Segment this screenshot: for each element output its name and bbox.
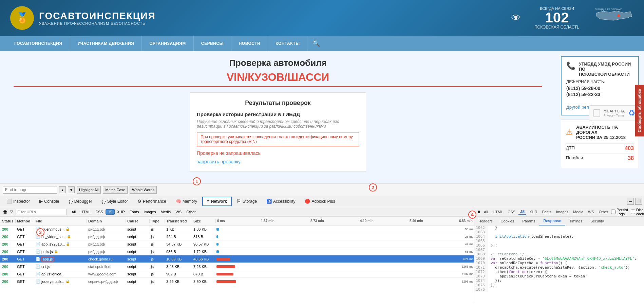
tab-accessibility[interactable]: ♿ Accessibility — [262, 197, 300, 206]
code-lines: 1062 } 1063 1064 initApplication(loadShe… — [474, 225, 644, 292]
col-file[interactable]: File — [34, 219, 87, 223]
filter-html-btn[interactable]: HTML — [491, 209, 505, 215]
filter-images[interactable]: Images — [141, 209, 158, 215]
match-case-button[interactable]: Match Case — [103, 186, 128, 194]
highlighted-code-block: 1073 appVehicleCheck.reCaptchaToken = to… — [474, 274, 644, 278]
persist-logs-checkbox[interactable] — [611, 210, 615, 214]
tab-console[interactable]: ▶ Console — [35, 197, 63, 206]
pause-icon[interactable]: ⏸ — [477, 210, 481, 214]
filter-all[interactable]: All — [69, 209, 78, 215]
filter-xhr[interactable]: XHR — [115, 209, 127, 215]
clear-requests-button[interactable]: 🗑 — [3, 209, 7, 215]
tab-inspector-label: Inspector — [13, 199, 30, 204]
table-row[interactable]: 200 GET 📄jquery.mask... 🔒 сервис.рибдд.р… — [0, 278, 474, 285]
disable-cache-option[interactable]: Disable cache — [631, 208, 644, 216]
devtools-expand[interactable]: ⬜ — [635, 198, 642, 205]
filter-other-btn[interactable]: Other — [597, 209, 610, 215]
col-type[interactable]: Type — [150, 219, 165, 223]
rtab-headers[interactable]: Headers — [474, 217, 497, 225]
tab-performance[interactable]: ⚙ Performance — [133, 197, 171, 206]
tab-inspector[interactable]: ⬜ Inspector — [2, 197, 34, 206]
row-transferred: 1 KB — [165, 227, 192, 231]
row-cause: script — [126, 235, 150, 239]
find-page-input[interactable] — [3, 186, 57, 194]
table-row[interactable]: 200 GET 📄jquery.mous... 🔒 рибдд.рф scrip… — [0, 225, 474, 233]
nav-item-news[interactable]: НОВОСТИ — [231, 36, 268, 51]
tab-network[interactable]: ≡ Network — [202, 197, 232, 206]
col-cause[interactable]: Cause — [126, 219, 150, 223]
row-type: js — [150, 235, 165, 239]
highlighted-file: app.js — [41, 256, 54, 262]
table-row[interactable]: 200 GET 📄oc_video_ha... 🔒 рибдд.рф scrip… — [0, 233, 474, 240]
tab-adblock-label: Adblock Plus — [311, 199, 335, 204]
col-transferred[interactable]: Transferred — [165, 219, 192, 223]
tab-memory[interactable]: 🧠 Memory — [171, 197, 202, 206]
filter-urls-input[interactable] — [16, 209, 67, 215]
nav-item-organizations[interactable]: ОРГАНИЗАЦИЯМ — [142, 36, 194, 51]
filter-js[interactable]: JS — [106, 209, 115, 215]
row-type: js — [150, 242, 165, 246]
site-title: ГОСАВТОИНСПЕКЦИЯ — [39, 11, 156, 21]
whole-words-button[interactable]: Whole Words — [130, 186, 157, 194]
filter-media-btn[interactable]: Media — [571, 209, 585, 215]
annotation-2: 2 — [369, 183, 377, 192]
recaptcha-checkbox[interactable] — [593, 109, 600, 117]
filter-fonts-btn[interactable]: Fonts — [541, 209, 553, 215]
request-link[interactable]: запросить проверку — [197, 159, 241, 164]
nav-item-contacts[interactable]: КОНТАКТЫ — [268, 36, 307, 51]
row-type: js — [150, 279, 165, 284]
highlighted-code-block: 1075 }; — [474, 283, 644, 287]
tab-adblock[interactable]: 🔴 Adblock Plus — [300, 197, 339, 206]
nav-item-main[interactable]: ГОСАВТОИНСПЕКЦИЯ — [7, 36, 70, 51]
tab-storage[interactable]: 🗄 Storage — [232, 197, 261, 206]
report-error-tab[interactable]: Сообщить об ошибке — [635, 85, 644, 137]
col-status[interactable]: Status — [0, 219, 16, 223]
table-row[interactable]: 200 GET 📄app.js check.gibdd.ru script js… — [0, 255, 474, 263]
col-method[interactable]: Method — [16, 219, 34, 223]
check-section-title: Проверка истории регистрации в ГИБДД — [197, 111, 359, 117]
find-down-button[interactable]: ▼ — [68, 186, 75, 193]
row-status: 200 — [0, 257, 16, 261]
file-icon: 📄 — [36, 264, 40, 269]
row-status: 200 — [0, 250, 16, 254]
filter-js-btn[interactable]: JS — [518, 209, 526, 215]
filter-ws[interactable]: WS — [173, 209, 184, 215]
highlight-all-button[interactable]: Highlight All — [77, 186, 101, 194]
tab-debugger[interactable]: { } Debugger — [64, 197, 96, 206]
search-icon[interactable]: 🔍 — [307, 40, 325, 47]
filter-css[interactable]: CSS — [93, 209, 106, 215]
rtab-response[interactable]: Response — [539, 217, 565, 225]
filter-fonts[interactable]: Fonts — [127, 209, 141, 215]
find-up-button[interactable]: ▲ — [59, 186, 66, 193]
devtools-minimize[interactable]: — — [627, 198, 634, 205]
col-size[interactable]: Size — [192, 219, 216, 223]
row-method: GET — [16, 235, 34, 239]
filter-html[interactable]: HTML — [78, 209, 93, 215]
persist-logs-option[interactable]: Persist Logs — [611, 208, 628, 216]
disable-cache-checkbox[interactable] — [631, 210, 635, 214]
filter-images-btn[interactable]: Images — [554, 209, 570, 215]
table-row[interactable]: 200 GET 📄api.js?onloa... www.google.com … — [0, 270, 474, 278]
highlighted-code-block: 1074 }); — [474, 278, 644, 283]
line-number: 1074 — [474, 278, 488, 283]
filter-all-btn[interactable]: All — [482, 209, 490, 215]
lock-icon: 🔒 — [67, 235, 71, 238]
tab-network-label: Network — [211, 199, 227, 204]
rtab-security[interactable]: Security — [586, 217, 608, 225]
nav-item-services[interactable]: СЕРВИСЫ — [194, 36, 231, 51]
filter-xhr-btn[interactable]: XHR — [528, 209, 539, 215]
table-row[interactable]: 200 GET 📄polls.js 🔒 рибдд.рф script js 9… — [0, 248, 474, 255]
filter-css-btn[interactable]: CSS — [506, 209, 517, 215]
recaptcha-logo-icon: ♻ — [628, 108, 636, 118]
tab-style-editor[interactable]: { } Style Editor — [97, 197, 132, 206]
rtab-cookies[interactable]: Cookies — [497, 217, 518, 225]
rtab-timings[interactable]: Timings — [565, 217, 586, 225]
filter-other[interactable]: Other — [184, 209, 198, 215]
nav-item-participants[interactable]: УЧАСТНИКАМ ДВИЖЕНИЯ — [70, 36, 142, 51]
filter-ws-btn[interactable]: WS — [586, 209, 596, 215]
table-row[interactable]: 200 GET 📄app.js?2018... 🔒 рибдд.рф scrip… — [0, 240, 474, 248]
col-domain[interactable]: Domain — [87, 219, 126, 223]
table-row[interactable]: 200 GET 📄cnt.js stat.sputnik.ru script j… — [0, 263, 474, 270]
rtab-params[interactable]: Params — [518, 217, 539, 225]
filter-media[interactable]: Media — [158, 209, 173, 215]
